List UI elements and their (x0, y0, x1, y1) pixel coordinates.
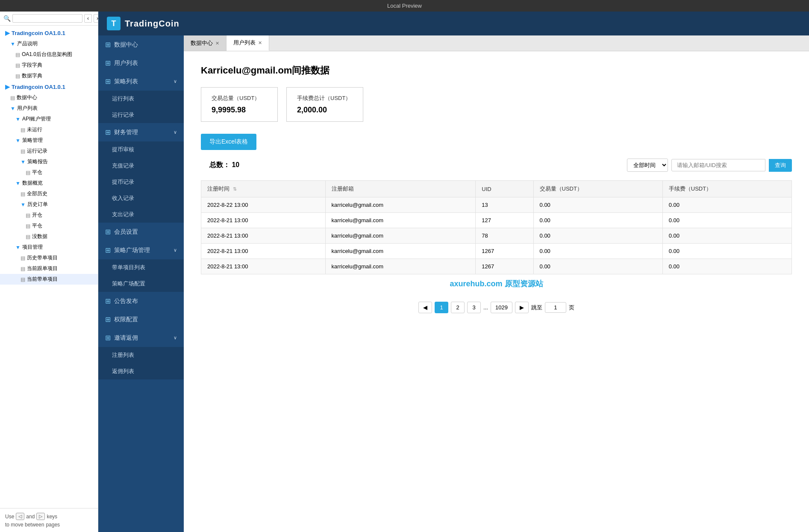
prev-page-button[interactable]: ‹ (84, 14, 92, 23)
nav-item-permission[interactable]: ⊞ 权限配置 (98, 310, 184, 329)
folder-arrow-icon-4: ▼ (15, 138, 21, 144)
nav-label-ul: 用户列表 (114, 59, 138, 67)
tree-item-hist-lead[interactable]: ▤ 历史带单项目 (0, 253, 98, 263)
jump-input[interactable] (545, 302, 566, 313)
page-btn-1[interactable]: 1 (435, 302, 448, 313)
nav-item-run-list[interactable]: 运行列表 (98, 91, 184, 107)
tree-item-close-pos[interactable]: ▤ 平仓 (0, 167, 98, 178)
tree-item-label: 策略报告 (27, 158, 48, 165)
nav-item-lead-list[interactable]: 带单项目列表 (98, 259, 184, 276)
section-2-title: Tradingcoin OA1.0.1 (12, 84, 65, 90)
tab-userlist-close[interactable]: ✕ (258, 40, 262, 46)
search-button[interactable]: 查询 (769, 159, 792, 172)
tab-datacenter-close[interactable]: ✕ (215, 41, 219, 46)
search-input[interactable] (671, 159, 765, 171)
tree-item-all-history[interactable]: ▤ 全部历史 (0, 188, 98, 199)
nav-item-member[interactable]: ⊞ 会员设置 (98, 223, 184, 241)
nav-item-finance[interactable]: ⊞ 财务管理 ∨ (98, 123, 184, 141)
folder-arrow-icon-5: ▼ (21, 159, 26, 165)
page-icon-cp: ▤ (26, 170, 30, 176)
tab-datacenter[interactable]: 数据中心 ✕ (184, 35, 227, 51)
nav-item-recharge[interactable]: 充值记录 (98, 158, 184, 174)
tree-item-data-dict[interactable]: ▤ 数据字典 (0, 71, 98, 81)
table-row: 2022-8-21 13:00karricelu@gmail.com1270.0… (201, 213, 792, 228)
folder-arrow-icon-2: ▼ (10, 106, 15, 112)
page-icon-cf: ▤ (21, 266, 25, 272)
page-btn-last[interactable]: 1029 (491, 302, 512, 313)
table-row: 2022-8-21 13:00karricelu@gmail.com780.00… (201, 228, 792, 244)
tree-item-product[interactable]: ▼ 产品说明 (0, 38, 98, 49)
prev-page-btn[interactable]: ◀ (418, 302, 432, 313)
content-area: Karricelu@gmail.om间推数据 交易总量（USDT） 9,9995… (184, 51, 809, 532)
nav-label-mk: 策略广场管理 (114, 247, 150, 254)
page-btn-2[interactable]: 2 (451, 302, 465, 313)
tree-item-data-overview[interactable]: ▼ 数据概览 (0, 178, 98, 188)
nav-item-income[interactable]: 收入记录 (98, 190, 184, 206)
folder-arrow-icon: ▼ (10, 41, 15, 47)
page-icon-ah: ▤ (21, 191, 25, 197)
tree-item-no-data[interactable]: ▤ 没数据 (0, 231, 98, 242)
tree-item-run-records[interactable]: ▤ 运行记录 (0, 146, 98, 156)
time-filter-select[interactable]: 全部时间 最近7天 最近30天 (627, 159, 668, 172)
tree-item-close-pos2[interactable]: ▤ 平仓 (0, 220, 98, 231)
td-volume: 0.00 (533, 228, 662, 244)
page-icon-1: ▤ (15, 52, 20, 58)
chevron-finance: ∨ (174, 129, 177, 135)
tree-item-api-mgmt[interactable]: ▼ API账户管理 (0, 114, 98, 124)
tree-item-curr-follow[interactable]: ▤ 当前跟单项目 (0, 263, 98, 274)
nav-item-rebate-list[interactable]: 返佣列表 (98, 363, 184, 379)
next-page-btn[interactable]: ▶ (515, 302, 529, 313)
nav-item-expense[interactable]: 支出记录 (98, 206, 184, 223)
tab-datacenter-label: 数据中心 (191, 39, 213, 47)
td-email: karricelu@gmail.com (325, 259, 476, 274)
nav-item-datacenter[interactable]: ⊞ 数据中心 (98, 35, 184, 54)
tree-item-strategy-report[interactable]: ▼ 策略报告 (0, 156, 98, 167)
tree-item-label: 运行记录 (27, 147, 47, 155)
table-header-row: 注册时间 ⇅ 注册邮箱 UID 交易量（USDT） 手续费（USDT） (201, 181, 792, 197)
tree-item-oa-arch[interactable]: ▤ OA1.0后台信息架构图 (0, 49, 98, 60)
nav-item-withdraw-review[interactable]: 提币审核 (98, 141, 184, 158)
export-button[interactable]: 导出Excel表格 (201, 134, 256, 150)
td-volume: 0.00 (533, 213, 662, 228)
td-time: 2022-8-21 13:00 (201, 244, 326, 259)
total-label: 总数： 10 (209, 161, 239, 170)
sort-icon-time[interactable]: ⇅ (233, 186, 237, 191)
th-volume: 交易量（USDT） (533, 181, 662, 197)
nav-item-invite[interactable]: ⊞ 邀请返佣 ∨ (98, 329, 184, 347)
td-uid: 127 (476, 213, 533, 228)
tree-item-label: 项目管理 (22, 244, 43, 251)
nav-sub-market: 带单项目列表 策略广场配置 (98, 259, 184, 292)
td-fee: 0.00 (662, 244, 791, 259)
tree-item-not-running[interactable]: ▤ 未运行 (0, 124, 98, 135)
nav-label-ic: 收入记录 (112, 194, 134, 202)
tree-item-user-list[interactable]: ▼ 用户列表 (0, 103, 98, 114)
tree-item-open-pos[interactable]: ▤ 开仓 (0, 210, 98, 220)
tree-item-field-dict[interactable]: ▤ 字段字典 (0, 60, 98, 71)
nav-item-announce[interactable]: ⊞ 公告发布 (98, 292, 184, 310)
tree-item-strategy-mgmt[interactable]: ▼ 策略管理 (0, 135, 98, 146)
nav-item-run-record[interactable]: 运行记录 (98, 107, 184, 123)
doc-search-input[interactable] (12, 14, 82, 23)
nav-item-market-config[interactable]: 策略广场配置 (98, 276, 184, 292)
page-label: 页 (569, 304, 574, 312)
tree-item-project-mgmt[interactable]: ▼ 项目管理 (0, 242, 98, 253)
logo-letter: T (112, 19, 116, 28)
stat-label-fee: 手续费总计（USDT） (297, 94, 353, 102)
tree-item-curr-lead[interactable]: ▤ 当前带单项目 (0, 274, 98, 285)
tab-userlist[interactable]: 用户列表 ✕ (227, 35, 269, 51)
td-uid: 1267 (476, 259, 533, 274)
tree-item-history-orders[interactable]: ▼ 历史订单 (0, 199, 98, 210)
page-icon-cp2: ▤ (26, 223, 30, 229)
nav-item-reg-list[interactable]: 注册列表 (98, 347, 184, 363)
tree-item-label: 平仓 (32, 169, 42, 176)
page-btn-3[interactable]: 3 (467, 302, 481, 313)
nav-item-userlist[interactable]: ⊞ 用户列表 (98, 54, 184, 72)
left-key-badge: ◁ (16, 513, 24, 520)
tree-item-datacenter[interactable]: ▤ 数据中心 (0, 92, 98, 103)
nav-item-market[interactable]: ⊞ 策略广场管理 ∨ (98, 241, 184, 259)
nav-label-dc: 数据中心 (114, 41, 138, 49)
chevron-market: ∨ (174, 247, 177, 253)
tree-item-label: 开仓 (32, 212, 42, 219)
nav-item-strategy[interactable]: ⊞ 策略列表 ∨ (98, 72, 184, 91)
nav-item-withdraw[interactable]: 提币记录 (98, 174, 184, 190)
